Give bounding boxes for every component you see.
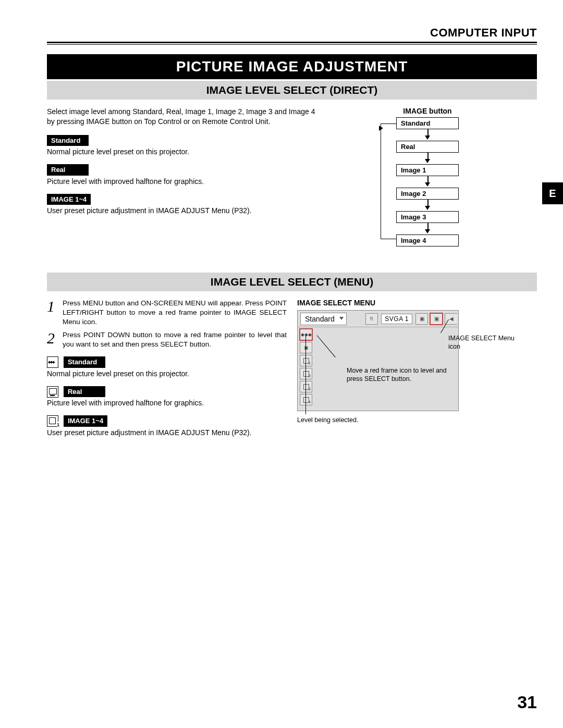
signal-display: SVGA 1 — [381, 314, 412, 324]
direct-item-label-image14: IMAGE 1~4 — [47, 194, 91, 205]
flow-box-image1: Image 1 — [396, 164, 459, 176]
flow-box-real: Real — [396, 141, 459, 153]
step-text-2: Press POINT DOWN button to move a red fr… — [63, 330, 292, 349]
menu-item-label-standard: Standard — [64, 356, 105, 368]
menu-item-label-image14: IMAGE 1~4 — [64, 415, 107, 427]
section-title: PICTURE IMAGE ADJUSTMENT — [47, 54, 537, 79]
direct-intro: Select image level among Standard, Real,… — [47, 107, 318, 127]
flow-diagram: Standard Real Image 1 Image 2 Image 3 Im… — [396, 117, 459, 246]
flow-box-image3: Image 3 — [396, 211, 459, 223]
subsection-menu-title: IMAGE LEVEL SELECT (MENU) — [47, 273, 537, 291]
menu-item-desc-image14: User preset picture adjustment in IMAGE … — [47, 428, 292, 438]
flow-box-standard: Standard — [396, 117, 459, 129]
image-select-icon: ▣ — [430, 313, 443, 325]
side-icon-standard: ◆◆◆ — [300, 329, 312, 340]
menu-item-desc-standard: Normal picture level preset on this proj… — [47, 369, 292, 379]
flow-box-image4: Image 4 — [396, 235, 459, 246]
callout-level: Level being selected. — [297, 416, 401, 424]
menu-screenshot: Standard ⎘ SVGA 1 ▣ ▣ ◀ ◆◆◆ ▣ 1 2 — [297, 310, 459, 411]
callout-move: Move a red frame icon to level and press… — [347, 366, 456, 384]
direct-item-label-real: Real — [47, 164, 89, 176]
direct-item-label-standard: Standard — [47, 135, 89, 146]
direct-item-desc-standard: Normal picture level preset on this proj… — [47, 147, 318, 157]
side-icon-image2: 2 — [300, 368, 312, 379]
menu-item-label-real: Real — [64, 386, 105, 398]
side-icon-image4: 4 — [300, 394, 312, 405]
real-icon — [47, 386, 58, 398]
page-number: 31 — [517, 692, 537, 712]
menu-item-desc-real: Picture level with improved halftone for… — [47, 398, 292, 408]
header-rule — [47, 44, 537, 45]
menu-mode-display: Standard — [300, 313, 347, 325]
standard-icon — [47, 356, 58, 368]
side-tab: E — [542, 182, 563, 204]
side-icon-image1: 1 — [300, 355, 312, 366]
step-text-1: Press MENU button and ON-SCREEN MENU wil… — [63, 299, 292, 327]
pc-adjust-icon: ▣ — [415, 313, 428, 325]
side-icon-image3: 3 — [300, 381, 312, 392]
flow-title: IMAGE button — [318, 107, 537, 115]
direct-item-desc-image14: User preset picture adjustment in IMAGE … — [47, 206, 318, 216]
image14-icon: 1 — [47, 415, 58, 427]
callout-icon: IMAGE SELECT Menu icon — [448, 334, 516, 351]
input-icon: ⎘ — [365, 313, 378, 325]
side-icon-real: ▣ — [300, 342, 312, 353]
flow-box-image2: Image 2 — [396, 188, 459, 200]
step-number-1: 1 — [47, 299, 63, 327]
menu-shot-title: IMAGE SELECT MENU — [297, 299, 537, 307]
page-header: COMPUTER INPUT — [47, 26, 537, 43]
direct-item-desc-real: Picture level with improved halftone for… — [47, 177, 318, 187]
subsection-direct-title: IMAGE LEVEL SELECT (DIRECT) — [47, 81, 537, 100]
step-number-2: 2 — [47, 330, 63, 349]
